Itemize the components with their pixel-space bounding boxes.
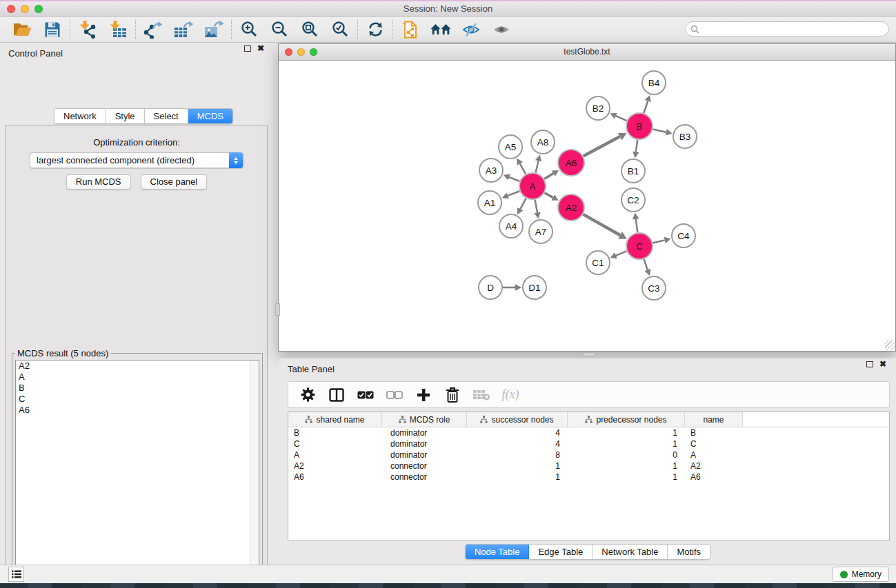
column-header-shared-name[interactable]: shared name bbox=[288, 412, 382, 427]
tab-node-table[interactable]: Node Table bbox=[466, 545, 530, 559]
graph-node-B4[interactable]: B4 bbox=[642, 71, 666, 94]
graph-node-C1[interactable]: C1 bbox=[586, 251, 610, 274]
delete-column-button[interactable] bbox=[439, 385, 466, 405]
graph-node-A3[interactable]: A3 bbox=[479, 159, 503, 182]
column-header-name[interactable]: name bbox=[685, 412, 743, 427]
mcds-result-list[interactable]: A2ABCA6 bbox=[15, 360, 259, 588]
graph-node-A4[interactable]: A4 bbox=[499, 214, 523, 238]
column-header-mcds-role[interactable]: MCDS role bbox=[382, 412, 467, 427]
graph-node-A1[interactable]: A1 bbox=[478, 191, 501, 214]
open-session-button[interactable] bbox=[7, 19, 37, 41]
graph-node-B3[interactable]: B3 bbox=[673, 125, 697, 148]
close-panel-icon[interactable]: ✖ bbox=[257, 43, 264, 53]
horizontal-splitter-handle[interactable] bbox=[583, 352, 595, 357]
refresh-view-button[interactable] bbox=[360, 19, 390, 41]
zoom-out-button[interactable] bbox=[264, 19, 295, 41]
graph-edge-A-A3[interactable] bbox=[509, 177, 519, 181]
graph-node-C4[interactable]: C4 bbox=[672, 224, 695, 247]
tab-network-table[interactable]: Network Table bbox=[593, 545, 668, 559]
graph-node-C2[interactable]: C2 bbox=[621, 188, 645, 212]
optimization-criterion-dropdown[interactable]: largest connected component (directed) bbox=[30, 152, 243, 168]
run-mcds-button[interactable]: Run MCDS bbox=[66, 174, 131, 190]
graph-edge-B-B3[interactable] bbox=[653, 129, 666, 132]
graph-edge-A-A4[interactable] bbox=[520, 199, 526, 210]
mcds-result-item[interactable]: B bbox=[16, 383, 259, 394]
network-canvas[interactable]: B4B2BB3A5A8A6A3B1AA1C2A2A4A7C4CC1C3DD1 bbox=[279, 61, 895, 351]
graph-edge-A6-B[interactable] bbox=[584, 136, 620, 156]
graph-node-C[interactable]: C bbox=[626, 233, 653, 259]
memory-button[interactable]: Memory bbox=[833, 567, 889, 582]
graph-node-A[interactable]: A bbox=[519, 173, 546, 199]
resize-grip-icon[interactable] bbox=[885, 341, 895, 350]
graph-edge-A-A8[interactable] bbox=[536, 161, 539, 172]
zoom-window-button[interactable] bbox=[34, 5, 43, 13]
graph-edge-B-B4[interactable] bbox=[644, 101, 648, 113]
graph-edge-C-C2[interactable] bbox=[636, 219, 638, 232]
hide-graphics-details-button[interactable] bbox=[456, 19, 486, 41]
show-graphics-details-button[interactable] bbox=[486, 19, 517, 41]
graph-edge-C-C1[interactable] bbox=[616, 251, 626, 255]
export-table-button[interactable] bbox=[168, 19, 199, 41]
hubba-houses-button[interactable] bbox=[426, 19, 456, 41]
graph-edge-A2-C[interactable] bbox=[583, 214, 620, 235]
zoom-fit-button[interactable] bbox=[295, 19, 325, 41]
graph-edge-A-A5[interactable] bbox=[520, 163, 526, 174]
table-row[interactable]: A6connector11A6 bbox=[288, 472, 889, 483]
graph-edge-A-A6[interactable] bbox=[544, 174, 553, 179]
float-table-panel-icon[interactable] bbox=[866, 361, 873, 367]
search-field[interactable] bbox=[685, 21, 889, 37]
deselect-all-button[interactable] bbox=[381, 385, 408, 405]
mcds-result-item[interactable]: A2 bbox=[16, 361, 259, 372]
network-close-button[interactable] bbox=[285, 48, 292, 56]
zoom-selected-button[interactable] bbox=[325, 19, 355, 41]
delete-table-button[interactable] bbox=[468, 385, 495, 405]
new-network-from-file-button[interactable] bbox=[395, 19, 426, 41]
network-minimize-button[interactable] bbox=[297, 48, 305, 56]
network-window-titlebar[interactable]: testGlobe.txt bbox=[279, 44, 895, 61]
float-panel-icon[interactable] bbox=[244, 45, 251, 52]
graph-edge-C-C4[interactable] bbox=[653, 240, 664, 243]
import-table-button[interactable] bbox=[103, 19, 133, 41]
table-row[interactable]: Cdominator41C bbox=[288, 438, 889, 449]
import-network-button[interactable] bbox=[72, 19, 103, 41]
close-window-button[interactable] bbox=[7, 5, 15, 13]
select-all-button[interactable] bbox=[352, 385, 379, 405]
close-panel-button[interactable]: Close panel bbox=[141, 174, 208, 190]
graph-node-B1[interactable]: B1 bbox=[621, 159, 645, 183]
graph-edge-A-A2[interactable] bbox=[544, 193, 552, 198]
table-row[interactable]: A2connector11A2 bbox=[288, 460, 889, 472]
mcds-result-scrollbar[interactable] bbox=[250, 361, 259, 588]
graph-node-C3[interactable]: C3 bbox=[642, 276, 666, 300]
graph-node-D[interactable]: D bbox=[479, 276, 502, 299]
show-columns-button[interactable] bbox=[323, 385, 350, 405]
task-history-button[interactable] bbox=[8, 567, 24, 582]
tab-motifs[interactable]: Motifs bbox=[668, 545, 710, 559]
graph-node-B[interactable]: B bbox=[626, 113, 653, 139]
zoom-in-button[interactable] bbox=[234, 19, 264, 41]
add-column-button[interactable] bbox=[410, 385, 437, 405]
table-settings-button[interactable] bbox=[295, 385, 321, 405]
close-table-panel-icon[interactable]: ✖ bbox=[879, 359, 886, 369]
vertical-splitter-handle[interactable] bbox=[275, 303, 280, 316]
graph-edge-A-A1[interactable] bbox=[508, 191, 519, 196]
graph-node-D1[interactable]: D1 bbox=[523, 276, 546, 299]
table-row[interactable]: Adominator80A bbox=[288, 449, 889, 460]
graph-edge-A-A7[interactable] bbox=[535, 200, 537, 213]
tab-style[interactable]: Style bbox=[106, 109, 145, 123]
graph-node-A2[interactable]: A2 bbox=[558, 194, 584, 221]
mcds-result-item[interactable]: A bbox=[16, 372, 259, 383]
minimize-window-button[interactable] bbox=[21, 5, 29, 13]
table-row[interactable]: Bdominator41B bbox=[288, 427, 889, 438]
graph-node-A6[interactable]: A6 bbox=[558, 150, 584, 176]
export-image-button[interactable] bbox=[199, 19, 229, 41]
network-zoom-button[interactable] bbox=[310, 48, 317, 56]
tab-select[interactable]: Select bbox=[145, 109, 188, 123]
export-network-button[interactable] bbox=[138, 19, 168, 41]
graph-edge-C-C3[interactable] bbox=[644, 259, 648, 270]
function-builder-button[interactable]: f(x) bbox=[497, 385, 524, 405]
column-header-successor-nodes[interactable]: successor nodes bbox=[467, 412, 568, 427]
search-input[interactable] bbox=[699, 23, 888, 35]
mcds-result-item[interactable]: A6 bbox=[16, 405, 259, 416]
graph-node-B2[interactable]: B2 bbox=[586, 97, 610, 120]
graph-node-A5[interactable]: A5 bbox=[499, 135, 522, 159]
